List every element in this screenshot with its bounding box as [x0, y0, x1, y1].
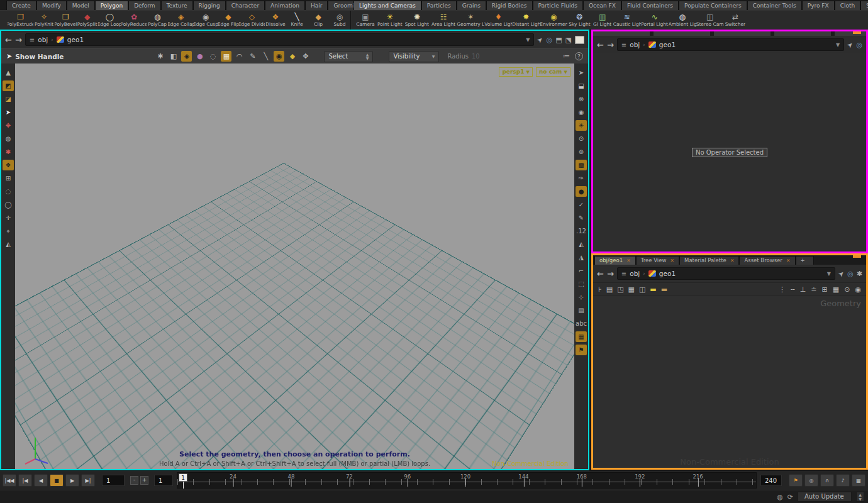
breadcrumb-dropdown-icon[interactable]: ▼	[836, 42, 840, 48]
shelf-tab[interactable]: Particles	[421, 1, 457, 10]
group-overlay-icon[interactable]: ▩	[576, 160, 587, 170]
interrupt-icon[interactable]: ◍	[777, 493, 783, 501]
parameter-breadcrumb[interactable]: ≡ obj › geo1 ▼	[617, 38, 844, 51]
breadcrumb-root[interactable]: obj	[630, 41, 640, 48]
translate-tool-icon[interactable]: ✥	[3, 120, 14, 131]
shelf-tool[interactable]: ◎ Subd	[329, 11, 350, 30]
shaded-mode-icon[interactable]: ◭	[576, 239, 587, 250]
icons-mode-icon[interactable]: ◳	[617, 285, 623, 294]
pin-view-icon[interactable]: ➤	[576, 67, 587, 78]
shelf-tab[interactable]: Modify	[36, 1, 67, 10]
shelf-tool[interactable]: ❒ PolyBevel	[55, 11, 77, 30]
visibility-dropdown[interactable]: Visibility ▼	[389, 51, 439, 62]
ghost-other-objects-icon[interactable]: ◉	[576, 107, 587, 118]
help-icon[interactable]: ?	[575, 52, 583, 60]
shelf-tool[interactable]: ✸ Distant Light	[512, 11, 540, 30]
jump-end-button[interactable]: ▶|	[81, 474, 95, 487]
select-loop-icon[interactable]: ◌	[208, 51, 218, 62]
current-frame-field[interactable]: 1	[102, 475, 125, 486]
prev-keyframe-button[interactable]: |◀	[18, 474, 32, 487]
close-tab-icon[interactable]: ✕	[730, 257, 735, 265]
forward-arrow-icon[interactable]: →	[607, 40, 614, 50]
network-box-icon[interactable]: ▬	[661, 285, 667, 294]
loop-mode-button[interactable]: ∩	[820, 474, 834, 487]
breadcrumb-node[interactable]: geo1	[659, 41, 676, 48]
maximize-pane-button[interactable]	[575, 36, 584, 44]
pane-tab[interactable]: Tree View ✕	[636, 256, 679, 265]
realtime-toggle-button[interactable]: ◎	[804, 474, 818, 487]
breadcrumb-dropdown-icon[interactable]: ▼	[827, 271, 831, 277]
normals-icon[interactable]: ✓	[576, 199, 587, 210]
select-visible-icon[interactable]: ◉	[274, 51, 284, 62]
frame-decrement-button[interactable]: -	[130, 476, 138, 485]
viewport-canvas[interactable]: persp1 ▼ no cam ▼ Select the geometry, t…	[15, 64, 574, 469]
vertex-markers-icon[interactable]: ✎	[576, 213, 587, 223]
box-select-icon[interactable]: ▦	[221, 51, 231, 62]
shelf-tool[interactable]: ❒ PolyExtrude	[8, 11, 33, 30]
select-dropdown[interactable]: Select ▲▼	[324, 51, 373, 62]
shelf-tool[interactable]: ≋ Caustic Light	[613, 11, 641, 30]
pane-splitter-handle[interactable]	[853, 255, 861, 258]
network-canvas[interactable]: Geometry Non-Commercial Edition	[593, 296, 866, 468]
camera-none-label[interactable]: no cam ▼	[536, 67, 570, 77]
shelf-tool[interactable]: ❖ Dissolve	[265, 11, 286, 30]
recook-icon[interactable]: ⟳	[787, 493, 793, 501]
radial-menu-icon[interactable]: ◎	[547, 36, 553, 44]
playhead-marker[interactable]: 1	[179, 473, 187, 482]
radial-menu-icon[interactable]: ◎	[856, 41, 862, 49]
shelf-tab[interactable]: Character	[226, 1, 265, 10]
frame-step-field[interactable]: 1	[154, 475, 173, 486]
dashed-links-icon[interactable]: ╌	[791, 285, 795, 294]
close-tab-icon[interactable]: ✕	[626, 257, 631, 265]
point-markers-icon[interactable]: ⊙	[576, 133, 587, 144]
breadcrumb-root[interactable]: obj	[38, 36, 48, 43]
laser-select-icon[interactable]: ╲	[260, 51, 271, 62]
shelf-tab[interactable]: Deform	[128, 1, 160, 10]
shelf-tool[interactable]: ∿ Portal Light	[641, 11, 669, 30]
pane-tab[interactable]: obj/geo1 ✕	[594, 256, 636, 265]
shelf-tab[interactable]: Model	[67, 1, 95, 10]
forward-arrow-icon[interactable]: →	[607, 269, 614, 279]
shelf-tab[interactable]: Rigging	[193, 1, 226, 10]
horizontal-layout-icon[interactable]: ≐	[811, 285, 816, 294]
view-tool-icon[interactable]: ▲	[3, 67, 14, 78]
shelf-tool[interactable]: ◆ Edge Flip	[218, 11, 239, 30]
camera-persp-label[interactable]: persp1 ▼	[499, 67, 533, 77]
spinner-icon[interactable]: ▲▼	[366, 53, 369, 60]
shelf-tab[interactable]: Populate Containers	[679, 1, 747, 10]
display-points-icon[interactable]: ●	[576, 186, 587, 197]
misc-tool-icon[interactable]: ◭	[3, 239, 14, 250]
rotate-tool-icon[interactable]: ◍	[3, 133, 14, 144]
shelf-tool[interactable]: ▣ Camera	[355, 11, 376, 30]
shelf-tool[interactable]: ✧ PolyKnit	[33, 11, 55, 30]
stop-button[interactable]: ■	[50, 474, 64, 487]
forward-arrow-icon[interactable]: →	[15, 35, 22, 45]
shelf-tool[interactable]: ☀ Point Light	[376, 11, 404, 30]
breadcrumb-node[interactable]: geo1	[67, 36, 84, 43]
handles-tool-icon[interactable]: ✛	[3, 213, 14, 223]
geometry-tool-icon[interactable]: ◪	[3, 94, 14, 104]
shelf-tool[interactable]: ☷ Area Light	[430, 11, 457, 30]
lighting-icon[interactable]: ☀	[576, 120, 587, 131]
lock-camera-icon[interactable]: ⬓	[576, 80, 587, 91]
vertical-layout-icon[interactable]: ⊥	[800, 285, 806, 294]
shelf-tab[interactable]: Solid	[860, 1, 868, 10]
wireframe-mode-icon[interactable]: ◮	[576, 252, 587, 263]
shelf-tab[interactable]: Container Tools	[747, 1, 802, 10]
shelf-tool[interactable]: ◉ Edge Cusp	[194, 11, 218, 30]
breadcrumb-node[interactable]: geo1	[659, 270, 676, 277]
shelf-tab[interactable]: Animation	[265, 1, 305, 10]
sticky-note-icon[interactable]: ▬	[650, 285, 656, 294]
jump-start-button[interactable]: |◀◀	[3, 474, 16, 487]
select-vertices-icon[interactable]: ●	[194, 51, 205, 62]
list-mode-icon[interactable]: ▤	[606, 285, 613, 294]
character-picker-icon[interactable]: ▤	[576, 305, 587, 316]
shelf-tool[interactable]: ╲ Knife	[286, 11, 308, 30]
shelf-tool[interactable]: ✿ PolyReduce	[121, 11, 147, 30]
shelf-tab[interactable]: Grains	[457, 1, 486, 10]
shelf-tool[interactable]: ◆ PolySplit	[77, 11, 98, 30]
shelf-tab[interactable]: Particle Fluids	[533, 1, 583, 10]
pin-pane-icon[interactable]: ➤	[845, 40, 855, 50]
shelf-tool[interactable]: ◫ Stereo Cam...	[696, 11, 724, 30]
hide-other-objects-icon[interactable]: ⊗	[576, 94, 587, 104]
